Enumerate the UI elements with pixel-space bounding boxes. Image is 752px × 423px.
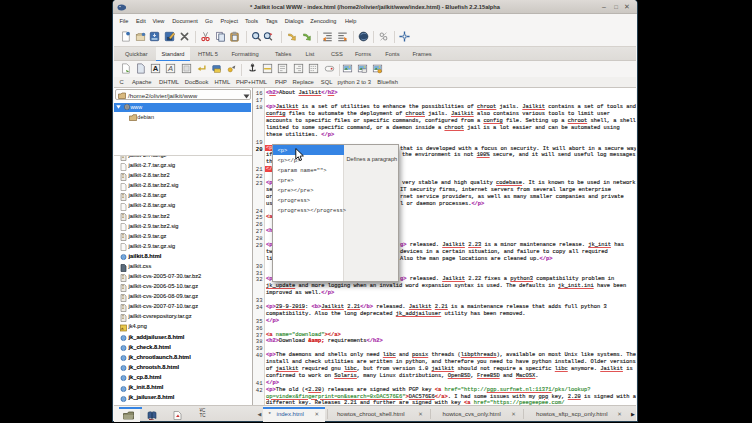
svg-text:A: A bbox=[167, 65, 173, 74]
svg-text:A: A bbox=[153, 65, 159, 74]
